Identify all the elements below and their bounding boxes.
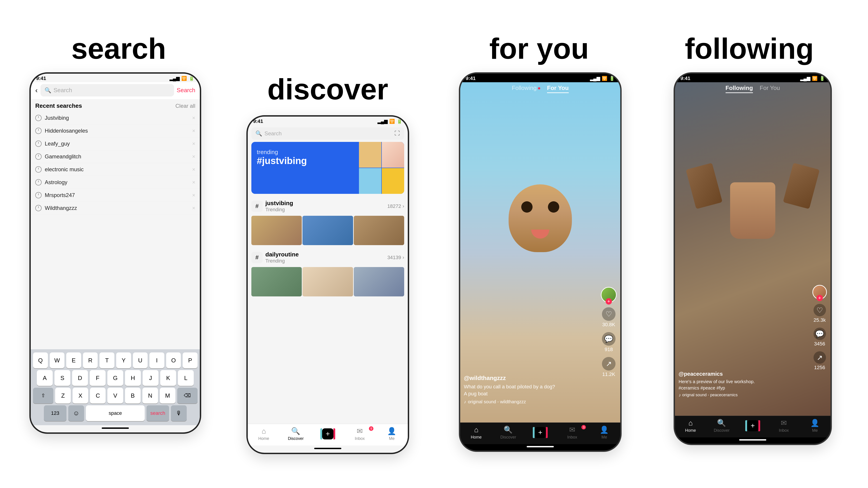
following-share-action[interactable]: ↗ 1256 [813,351,826,370]
remove-icon[interactable]: × [192,115,195,121]
video-thumb-2[interactable] [303,216,353,245]
key-t[interactable]: T [99,352,114,368]
remove-icon[interactable]: × [192,153,195,160]
key-i[interactable]: I [149,352,164,368]
video-thumb-1[interactable] [251,216,302,245]
search-item[interactable]: Astrology × [31,176,200,189]
remove-icon[interactable]: × [192,128,195,134]
remove-icon[interactable]: × [192,192,195,198]
search-input-bar[interactable]: 🔍 Search [40,84,174,96]
hashtag-row-2[interactable]: # dailyroutine Trending 34139 › [248,248,408,267]
for-you-tab[interactable]: For You [547,85,569,93]
video-thumb-5[interactable] [303,267,353,296]
key-x[interactable]: X [72,388,88,403]
key-e[interactable]: E [66,352,81,368]
key-q[interactable]: Q [33,352,48,368]
clear-all-button[interactable]: Clear all [176,103,195,109]
nav-inbox-following[interactable]: ✉ Inbox [768,419,800,433]
following-comment-action[interactable]: 💬 3456 [813,328,826,347]
expand-icon[interactable] [394,130,400,137]
following-follow-badge[interactable]: + [816,295,823,301]
key-c[interactable]: C [90,388,105,403]
following-share-icon[interactable]: ↗ [813,351,826,364]
nav-home-following[interactable]: ⌂ Home [675,419,706,433]
share-action[interactable]: ↗ 11.2K [602,357,616,377]
following-comment-icon[interactable]: 💬 [813,328,826,340]
following-like-action[interactable]: ♡ 25.3k [813,304,826,323]
nav-me-following[interactable]: 👤 Me [799,419,831,433]
key-p[interactable]: P [183,352,197,368]
add-button-following[interactable]: + [747,420,758,431]
video-thumb-4[interactable] [251,267,302,296]
key-v[interactable]: V [107,388,123,403]
key-search[interactable]: search [147,405,169,421]
follow-badge[interactable]: + [606,298,612,304]
nav-inbox[interactable]: ✉ Inbox 9 [344,427,376,441]
like-icon[interactable]: ♡ [602,307,616,321]
comment-action[interactable]: 💬 918 [602,332,616,352]
add-button-dark[interactable]: + [535,427,546,438]
remove-icon[interactable]: × [192,205,195,211]
key-b[interactable]: B [125,388,141,403]
remove-icon[interactable]: × [192,140,195,147]
nav-home-foryou[interactable]: ⌂ Home [460,426,492,440]
nav-inbox-foryou[interactable]: ✉ Inbox 3 [556,425,588,440]
nav-discover[interactable]: 🔍 Discover [280,427,312,441]
key-mic[interactable]: 🎙 [171,405,187,421]
search-item[interactable]: Mrsports247 × [31,189,200,202]
search-button[interactable]: Search [177,87,195,94]
nav-add-following[interactable]: + [737,420,768,431]
key-o[interactable]: O [166,352,181,368]
key-space[interactable]: space [86,405,145,421]
key-g[interactable]: G [107,370,123,386]
nav-add-foryou[interactable]: + [524,427,556,438]
following-like-icon[interactable]: ♡ [813,304,826,316]
search-item[interactable]: Wildthangzzz × [31,202,200,215]
nav-add[interactable]: + [312,428,344,440]
like-action[interactable]: ♡ 30.8K [602,307,616,328]
remove-icon[interactable]: × [192,166,195,173]
key-k[interactable]: K [160,370,176,386]
key-d[interactable]: D [72,370,88,386]
search-item[interactable]: Gameandglitch × [31,150,200,163]
discover-search-bar[interactable]: 🔍 Search [251,127,404,140]
following-tab[interactable]: Following [512,85,540,93]
search-input[interactable]: Search [54,87,72,94]
key-l[interactable]: L [178,370,194,386]
key-shift[interactable]: ⇧ [33,388,53,403]
remove-icon[interactable]: × [192,179,195,186]
video-thumb-6[interactable] [354,267,404,296]
key-m[interactable]: M [160,388,176,403]
discover-search-input[interactable]: Search [265,130,282,137]
key-123[interactable]: 123 [44,405,66,421]
nav-discover-following[interactable]: 🔍 Discover [706,419,737,433]
for-you-tab-secondary[interactable]: For You [760,85,780,93]
search-item[interactable]: electronic music × [31,163,200,176]
video-thumb-3[interactable] [354,216,404,245]
nav-home[interactable]: ⌂ Home [248,427,280,441]
comment-icon[interactable]: 💬 [602,332,616,346]
key-u[interactable]: U [133,352,148,368]
share-icon[interactable]: ↗ [602,357,616,370]
search-item[interactable]: Hiddenlosangeles × [31,125,200,137]
following-tab-active[interactable]: Following [725,85,753,93]
search-item[interactable]: Justvibing × [31,111,200,125]
hashtag-row-1[interactable]: # justvibing Trending 18272 › [248,197,408,216]
key-r[interactable]: R [83,352,98,368]
search-item[interactable]: Leafy_guy × [31,137,200,150]
key-y[interactable]: Y [116,352,131,368]
key-z[interactable]: Z [55,388,71,403]
key-emoji[interactable]: ☺ [68,405,84,421]
back-button[interactable]: ‹ [35,86,38,94]
key-backspace[interactable]: ⌫ [177,388,197,403]
key-a[interactable]: A [37,370,53,386]
nav-me[interactable]: 👤 Me [376,427,408,441]
key-w[interactable]: W [50,352,65,368]
key-s[interactable]: S [55,370,70,386]
key-j[interactable]: J [143,370,158,386]
nav-discover-foryou[interactable]: 🔍 Discover [492,425,524,440]
add-button[interactable]: + [322,428,334,440]
key-f[interactable]: F [90,370,105,386]
key-n[interactable]: N [143,388,158,403]
key-h[interactable]: H [125,370,141,386]
